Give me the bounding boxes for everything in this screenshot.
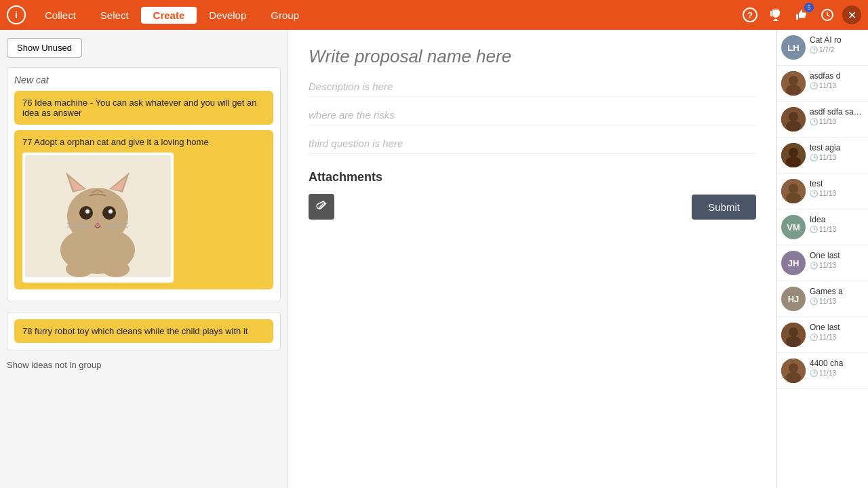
clock-icon: 🕐 [810,333,818,341]
svg-point-25 [789,112,798,121]
clock-icon: 🕐 [810,118,818,125]
list-item[interactable]: test 🕐 11/13 [777,174,868,209]
clock-icon: 🕐 [810,226,818,233]
idea-card-76[interactable]: 76 Idea machine - You can ask whatever a… [14,91,273,125]
group-box-78: 78 furry robot toy which cleans while th… [7,312,281,350]
nav-create[interactable]: Create [141,7,197,24]
svg-point-22 [789,76,798,85]
attachments-section: Attachments Submit [309,170,756,220]
nav-select[interactable]: Select [88,7,141,24]
attach-icon-btn[interactable] [309,194,334,220]
svg-point-23 [786,85,801,96]
avatar [781,323,806,347]
center-panel: Description is here where are the risks … [288,30,776,488]
svg-point-26 [786,121,801,131]
clock-icon: 🕐 [810,190,818,197]
question-3: third question is here [309,138,756,154]
idea-card-77-text: 77 Adopt a orphan cat and give it a lovi… [22,137,265,147]
right-title: asdfas d [810,71,864,81]
right-title: test agia [810,143,864,152]
svg-point-20 [102,261,130,277]
main-layout: Show Unused New cat 76 Idea machine - Yo… [0,30,868,488]
avatar [781,143,806,167]
right-date: 🕐 11/13 [810,118,864,125]
nav-right: ? 5 ✕ [739,4,861,26]
svg-point-19 [66,261,93,277]
right-content: Games a 🕐 11/13 [810,287,864,305]
show-not-in-group[interactable]: Show ideas not in group [7,360,281,370]
svg-point-34 [789,327,798,337]
right-title: One last [810,251,864,260]
svg-point-35 [786,336,801,347]
right-date: 🕐 11/13 [810,82,864,89]
group-title: New cat [14,75,273,85]
right-title: Idea [810,215,864,224]
svg-point-38 [786,372,801,383]
left-panel: Show Unused New cat 76 Idea machine - Yo… [0,30,288,488]
right-date: 🕐 11/13 [810,226,864,233]
info-icon[interactable]: i [7,5,26,24]
submit-button[interactable]: Submit [692,195,756,220]
right-title: Games a [810,287,864,296]
svg-point-12 [85,209,90,214]
right-content: Idea 🕐 11/13 [810,215,864,233]
list-item[interactable]: asdf sdfa safd sad 🕐 11/13 [777,102,868,138]
clock-icon-btn[interactable] [816,4,838,26]
proposal-name-input[interactable] [309,46,756,67]
nav-links: Collect Select Create Develop Group [33,7,311,24]
right-date: 🕐 11/13 [810,333,864,341]
svg-point-37 [789,363,798,373]
trophy-icon-btn[interactable] [765,4,787,26]
right-title: One last [810,323,864,332]
right-title: 4400 cha [810,359,864,368]
list-item[interactable]: asdfas d 🕐 11/13 [777,66,868,102]
svg-point-5 [67,188,128,245]
list-item[interactable]: test agia 🕐 11/13 [777,138,868,174]
list-item[interactable]: One last 🕐 11/13 [777,317,868,353]
right-content: asdfas d 🕐 11/13 [810,71,864,89]
help-icon-btn[interactable]: ? [739,4,761,26]
right-date: 🕐 11/13 [810,190,864,197]
avatar [781,359,806,383]
svg-point-29 [786,157,801,167]
list-item[interactable]: LH Cat AI ro 🕐 1/7/2 [777,30,868,66]
badge-count: 5 [804,3,814,12]
clock-icon: 🕐 [810,82,818,89]
avatar: LH [781,35,806,60]
idea-card-77[interactable]: 77 Adopt a orphan cat and give it a lovi… [14,130,273,289]
right-date: 🕐 11/13 [810,369,864,377]
show-unused-button[interactable]: Show Unused [7,38,82,58]
avatar [781,71,806,96]
thumbs-up-icon-btn[interactable]: 5 [791,4,812,26]
right-title: test [810,179,864,188]
close-btn[interactable]: ✕ [842,5,861,24]
svg-point-31 [789,184,798,193]
clock-icon: 🕐 [810,46,818,54]
list-item[interactable]: VM Idea 🕐 11/13 [777,209,868,245]
nav-develop[interactable]: Develop [197,7,258,24]
clock-icon: 🕐 [810,369,818,377]
top-nav: i Collect Select Create Develop Group ? … [0,0,868,30]
right-content: 4400 cha 🕐 11/13 [810,359,864,377]
avatar [781,107,806,131]
idea-card-78[interactable]: 78 furry robot toy which cleans while th… [14,319,273,343]
avatar: VM [781,215,806,239]
clock-icon: 🕐 [810,154,818,161]
attachments-header: Attachments [309,170,756,184]
right-content: test agia 🕐 11/13 [810,143,864,161]
svg-text:?: ? [747,10,753,20]
nav-collect[interactable]: Collect [33,7,88,24]
right-content: Cat AI ro 🕐 1/7/2 [810,35,864,54]
nav-group[interactable]: Group [258,7,311,24]
right-title: Cat AI ro [810,35,864,45]
list-item[interactable]: HJ Games a 🕐 11/13 [777,281,868,317]
right-content: One last 🕐 11/13 [810,251,864,269]
attachments-row: Submit [309,194,756,220]
group-box-new-cat: New cat 76 Idea machine - You can ask wh… [7,67,281,302]
right-content: asdf sdfa safd sad 🕐 11/13 [810,107,864,125]
list-item[interactable]: JH One last 🕐 11/13 [777,245,868,281]
list-item[interactable]: 4400 cha 🕐 11/13 [777,353,868,389]
question-1: Description is here [309,81,756,97]
right-date: 🕐 1/7/2 [810,46,864,54]
right-panel: LH Cat AI ro 🕐 1/7/2 asdfas d 🕐 11/13 [776,30,868,488]
